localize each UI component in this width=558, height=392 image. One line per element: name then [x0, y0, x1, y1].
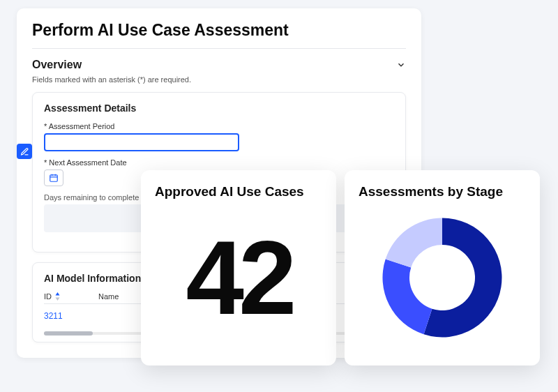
- next-assessment-date-label: * Next Assessment Date: [44, 158, 394, 167]
- page-title: Perform AI Use Case Assessment: [32, 21, 406, 49]
- column-name-header[interactable]: Name: [98, 292, 119, 301]
- calendar-icon: [49, 173, 59, 183]
- approved-title: Approved AI Use Cases: [155, 184, 322, 199]
- donut-chart-wrap: [359, 204, 526, 352]
- overview-title: Overview: [32, 59, 82, 71]
- assessments-by-stage-card: Assessments by Stage: [345, 170, 540, 365]
- assessment-period-label: * Assessment Period: [44, 122, 394, 130]
- dashboard-row: Approved AI Use Cases 42 Assessments by …: [141, 170, 540, 365]
- column-id-header[interactable]: ID: [44, 292, 79, 301]
- donut-slice: [383, 259, 432, 335]
- sort-icon: [54, 292, 61, 301]
- svg-marker-5: [56, 298, 60, 301]
- horizontal-scroll-thumb[interactable]: [44, 331, 93, 336]
- column-id-label: ID: [44, 292, 52, 301]
- assessment-period-input[interactable]: [44, 133, 239, 151]
- svg-marker-4: [56, 292, 60, 296]
- overview-header[interactable]: Overview: [32, 49, 406, 74]
- stage-title: Assessments by Stage: [359, 184, 526, 199]
- approved-count: 42: [155, 204, 322, 352]
- chevron-down-icon: [396, 60, 406, 70]
- date-picker-button[interactable]: [44, 169, 63, 186]
- required-note: Fields marked with an asterisk (*) are r…: [32, 74, 406, 92]
- edit-tab-button[interactable]: [17, 144, 32, 159]
- donut-slice: [386, 218, 442, 268]
- cell-id[interactable]: 3211: [44, 311, 79, 321]
- edit-icon: [20, 147, 29, 156]
- donut-chart: [376, 211, 508, 344]
- approved-use-cases-card: Approved AI Use Cases 42: [141, 170, 336, 365]
- assessment-period-field-group: * Assessment Period: [44, 122, 394, 151]
- assessment-details-title: Assessment Details: [44, 103, 394, 114]
- svg-rect-0: [50, 175, 58, 181]
